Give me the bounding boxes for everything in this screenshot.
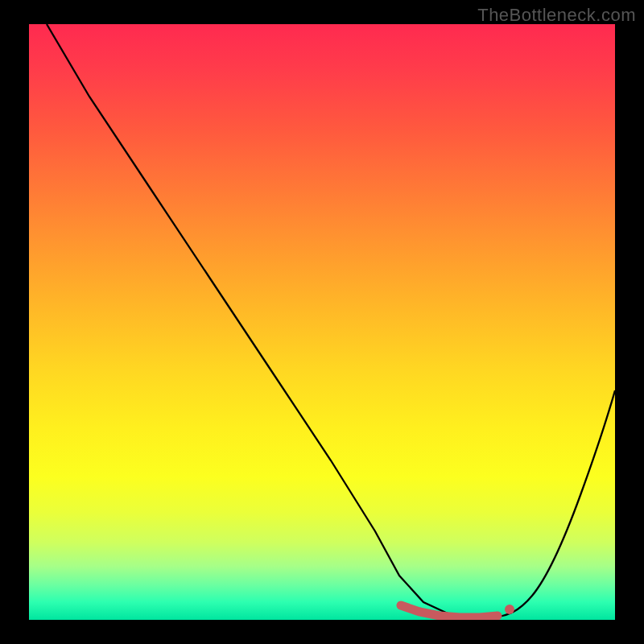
- plot-area: [29, 24, 615, 620]
- curve-left-branch: [47, 24, 488, 617]
- chart-svg: [29, 24, 615, 620]
- curve-right-branch: [488, 390, 615, 617]
- watermark-text: TheBottleneck.com: [477, 5, 636, 26]
- valley-marker: [505, 605, 514, 614]
- valley-highlight: [401, 605, 497, 617]
- chart-frame: TheBottleneck.com: [0, 0, 644, 644]
